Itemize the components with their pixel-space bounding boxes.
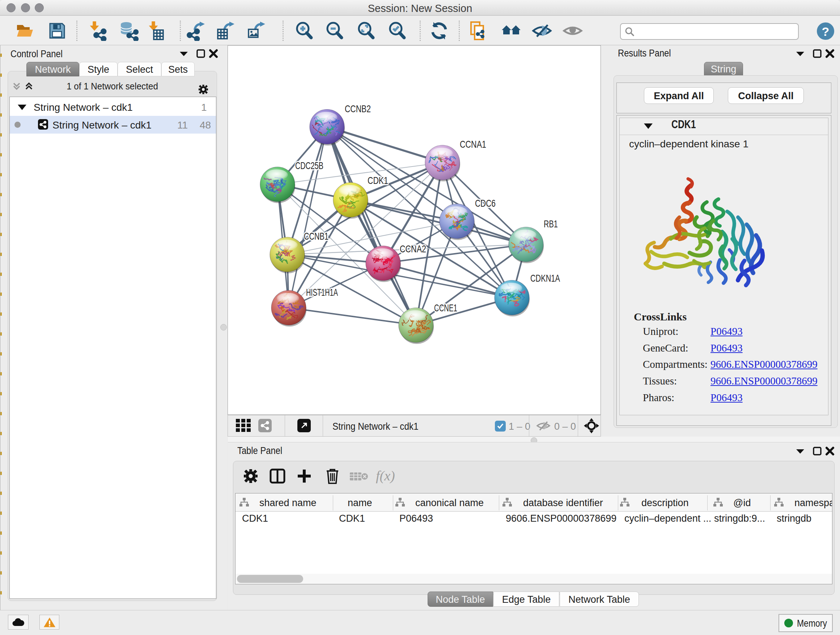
svg-text:CDC25B: CDC25B <box>295 160 324 171</box>
svg-text:CDC6: CDC6 <box>475 198 496 209</box>
svg-text:CDK1: CDK1 <box>368 175 388 186</box>
svg-text:CDKN1A: CDKN1A <box>531 272 560 284</box>
svg-text:CCNA1: CCNA1 <box>460 139 486 150</box>
svg-text:CCNB2: CCNB2 <box>345 103 371 114</box>
svg-text:CCNE1: CCNE1 <box>434 302 457 314</box>
svg-text:CCNB1: CCNB1 <box>304 231 328 242</box>
svg-text:RB1: RB1 <box>544 218 558 230</box>
svg-text:HIST1H1A: HIST1H1A <box>306 287 338 298</box>
svg-text:CCNA2: CCNA2 <box>400 243 426 255</box>
